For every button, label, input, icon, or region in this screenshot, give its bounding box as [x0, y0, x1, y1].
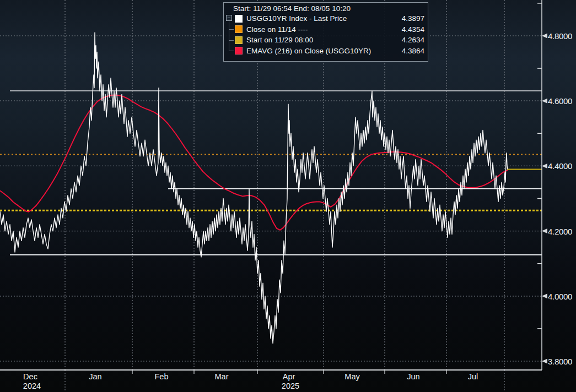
legend-row-value: 4.3897: [402, 14, 428, 23]
y-tick-arrow-icon: [542, 99, 547, 104]
y-tick-label: 4.8000: [548, 31, 572, 41]
legend-row-value: 4.4354: [402, 25, 428, 34]
close-line-swatch-icon: [235, 25, 243, 33]
terminal-chart-window: 4.80004.60004.40004.20004.00003.8000 Dec…: [0, 0, 576, 392]
x-month-label: Jan: [89, 372, 101, 381]
legend-row-label: Close on 11/14 ----: [246, 25, 308, 34]
y-tick-label: 4.2000: [548, 226, 572, 236]
price-line: [0, 32, 508, 343]
x-month-label: Apr: [283, 372, 295, 381]
y-tick-label: 4.4000: [548, 161, 572, 171]
emavg-series-swatch-icon: [235, 47, 243, 55]
legend-panel[interactable]: Start: 11/29 06:54 End: 08/05 10:20 − US…: [223, 2, 428, 62]
y-tick-arrow-icon: [542, 293, 547, 298]
y-tick-arrow-icon: [542, 34, 547, 39]
legend-row[interactable]: EMAVG (216) on Close (USGG10YR) 4.3864: [224, 46, 428, 57]
emavg-line: [0, 95, 508, 230]
y-tick-arrow-icon: [542, 228, 547, 233]
start-line-swatch-icon: [235, 36, 243, 44]
y-tick-arrow-icon: [542, 359, 547, 364]
x-month-label: Jul: [468, 372, 478, 381]
legend-row[interactable]: − USGG10YR Index - Last Price 4.3897: [224, 13, 428, 24]
x-year-label: 2025: [282, 382, 299, 390]
y-tick-arrow-icon: [542, 164, 547, 168]
x-month-label: Feb: [155, 372, 169, 381]
x-month-label: Jun: [407, 372, 419, 381]
legend-row-value: 4.3864: [402, 47, 428, 55]
x-month-label: May: [344, 372, 359, 381]
price-series-swatch-icon: [235, 15, 243, 23]
legend-row-label: USGG10YR Index - Last Price: [246, 14, 347, 23]
legend-row-label: EMAVG (216) on Close (USGG10YR): [246, 47, 371, 55]
y-tick-label: 4.0000: [548, 291, 572, 301]
legend-row[interactable]: Start on 11/29 08:00 4.2634: [224, 35, 428, 46]
y-tick-label: 3.8000: [548, 357, 572, 366]
legend-row-label: Start on 11/29 08:00: [246, 36, 313, 44]
legend-header: Start: 11/29 06:54 End: 08/05 10:20: [224, 3, 428, 13]
legend-row[interactable]: Close on 11/14 ---- 4.4354: [224, 24, 428, 35]
legend-row-value: 4.2634: [402, 36, 428, 44]
y-tick-label: 4.6000: [548, 96, 572, 106]
x-month-label: Mar: [215, 372, 229, 381]
x-year-label: 2024: [23, 382, 41, 390]
x-month-label: Dec: [23, 372, 37, 381]
